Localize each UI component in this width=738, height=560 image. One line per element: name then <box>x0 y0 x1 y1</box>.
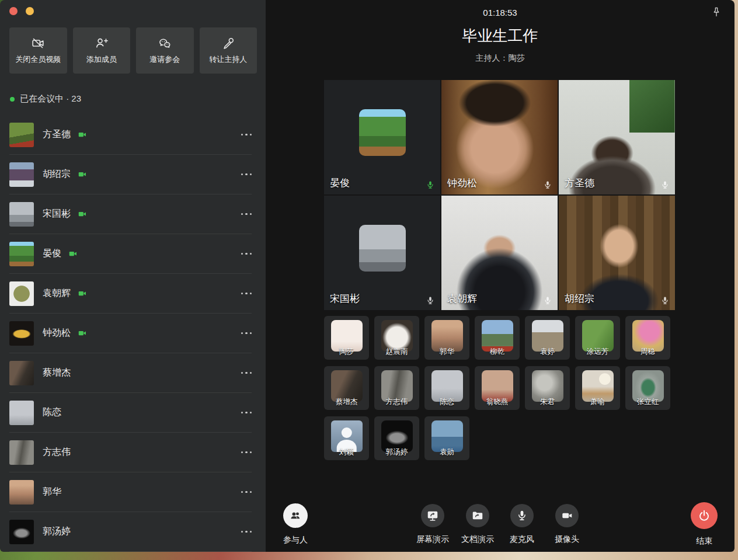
video-tile[interactable]: 晏俊 <box>324 80 440 194</box>
video-thumbnail[interactable]: 朱君 <box>525 366 570 410</box>
video-on-icon <box>76 130 88 139</box>
video-on-icon <box>67 249 79 258</box>
doc-share-icon <box>471 509 484 522</box>
video-thumbnail[interactable]: 周稳 <box>625 316 670 360</box>
sidebar-button-person-add[interactable]: 添加成员 <box>73 27 131 74</box>
sidebar-button-handheld-mic[interactable]: 转让主持人 <box>200 27 257 74</box>
tile-avatar <box>359 109 406 156</box>
mic-icon <box>660 180 670 190</box>
thumbnail-name: 陶莎 <box>324 347 369 357</box>
video-thumbnail[interactable]: 陶莎 <box>324 316 369 360</box>
participant-row[interactable]: 方圣德 <box>9 115 252 155</box>
video-thumbnail[interactable]: 张立红 <box>625 366 670 410</box>
more-options-button[interactable] <box>241 412 252 414</box>
participant-avatar <box>9 123 34 147</box>
people-button[interactable] <box>283 503 308 528</box>
mic-button[interactable] <box>510 504 534 527</box>
participant-name: 宋国彬 <box>43 208 71 220</box>
participant-avatar <box>9 162 34 187</box>
participant-row[interactable]: 晏俊 <box>9 234 252 274</box>
participant-row[interactable]: 宋国彬 <box>9 194 252 234</box>
video-on-icon <box>76 170 88 179</box>
video-thumbnail[interactable]: 翁晓燕 <box>475 366 520 410</box>
participant-avatar <box>9 480 34 505</box>
thumbnail-name: 刘颖 <box>324 447 369 457</box>
participant-list[interactable]: 方圣德 胡绍宗 宋国彬 晏俊 袁朝辉 钟劲松 蔡增杰 陈恋 方志伟 郭华 郭汤婷 <box>0 115 266 552</box>
pin-icon[interactable] <box>710 5 723 19</box>
participants-sidebar: 关闭全员视频 添加成员 邀请参会 转让主持人 已在会议中 · 23 方圣德 胡绍… <box>0 0 266 552</box>
video-tile[interactable]: 袁朝辉 <box>441 196 558 310</box>
video-thumbnail[interactable]: 袁勋 <box>424 416 469 460</box>
video-thumbnail[interactable]: 郭华 <box>424 316 469 360</box>
video-thumbnail[interactable]: 赵震南 <box>374 316 419 360</box>
thumbnail-name: 袁勋 <box>424 447 469 457</box>
video-tile[interactable]: 胡绍宗 <box>559 196 675 310</box>
video-thumbnail[interactable]: 蔡增杰 <box>324 366 369 410</box>
tile-participant-name: 袁朝辉 <box>447 292 477 305</box>
more-options-button[interactable] <box>241 253 252 255</box>
sidebar-button-camera-off[interactable]: 关闭全员视频 <box>9 27 67 74</box>
meeting-timer: 01:18:53 <box>266 8 734 18</box>
more-options-button[interactable] <box>241 451 252 454</box>
minimize-button[interactable] <box>26 7 34 15</box>
thumbnail-name: 郭汤婷 <box>374 447 419 457</box>
video-thumbnail[interactable]: 郭汤婷 <box>374 416 419 460</box>
mic-icon <box>660 295 670 306</box>
toolbar-label: 文档演示 <box>459 534 496 545</box>
toolbar-label: 麦克风 <box>503 534 541 545</box>
participant-name: 蔡增杰 <box>43 367 71 379</box>
video-tile[interactable]: 宋国彬 <box>324 196 440 310</box>
video-thumbnail[interactable]: 涂远芳 <box>575 316 620 360</box>
video-thumbnail[interactable]: 柳乾 <box>475 316 520 360</box>
close-button[interactable] <box>9 7 18 15</box>
thumbnail-name: 涂远芳 <box>575 347 620 357</box>
power-button[interactable] <box>691 502 718 529</box>
toolbar-item-power: 结束 <box>685 504 723 547</box>
participant-name: 方圣德 <box>43 128 71 141</box>
thumbnail-name: 周稳 <box>625 347 670 357</box>
more-options-button[interactable] <box>241 332 252 335</box>
participant-row[interactable]: 钟劲松 <box>9 314 252 353</box>
participant-row[interactable]: 蔡增杰 <box>9 353 252 393</box>
tile-participant-name: 胡绍宗 <box>565 292 594 305</box>
video-thumbnail[interactable]: 陈恋 <box>424 366 469 410</box>
video-thumbnail[interactable]: 方志伟 <box>374 366 419 410</box>
tile-participant-name: 宋国彬 <box>330 292 360 305</box>
mic-icon <box>425 295 436 306</box>
more-options-button[interactable] <box>241 372 252 374</box>
more-options-button[interactable] <box>241 531 252 533</box>
camera-off-icon <box>31 36 45 50</box>
more-options-button[interactable] <box>241 213 252 215</box>
meeting-main-panel: 01:18:53 毕业生工作 主持人：陶莎 晏俊 钟劲松 方圣德 宋国彬 袁朝辉… <box>266 0 734 552</box>
screen-share-button[interactable] <box>421 504 444 527</box>
video-tile[interactable]: 方圣德 <box>559 80 675 194</box>
video-on-icon <box>76 329 88 338</box>
participant-row[interactable]: 郭华 <box>9 472 252 512</box>
participant-name: 郭汤婷 <box>43 526 71 538</box>
more-options-button[interactable] <box>241 293 252 295</box>
participant-row[interactable]: 袁朝辉 <box>9 274 252 314</box>
camera-button[interactable] <box>555 504 579 527</box>
mic-icon <box>542 295 553 306</box>
meeting-status: 已在会议中 · 23 <box>10 93 81 105</box>
participant-row[interactable]: 郭汤婷 <box>9 512 252 552</box>
video-thumbnail[interactable]: 袁婷 <box>525 316 570 360</box>
thumbnail-name: 郭华 <box>424 347 469 357</box>
more-options-button[interactable] <box>241 134 252 136</box>
more-options-button[interactable] <box>241 491 252 493</box>
video-tile[interactable]: 钟劲松 <box>441 80 558 194</box>
sidebar-button-wechat[interactable]: 邀请参会 <box>136 27 194 74</box>
participant-row[interactable]: 陈恋 <box>9 393 252 433</box>
video-on-icon <box>76 210 88 218</box>
participant-row[interactable]: 方志伟 <box>9 433 252 472</box>
more-options-button[interactable] <box>241 173 252 176</box>
status-dot-icon <box>10 97 15 102</box>
video-thumbnail[interactable]: 刘颖 <box>324 416 369 460</box>
toolbar-label: 结束 <box>685 536 723 547</box>
toolbar-label: 屏幕演示 <box>414 534 451 545</box>
thumbnail-name: 蔡增杰 <box>324 397 369 407</box>
doc-share-button[interactable] <box>466 504 489 527</box>
participant-row[interactable]: 胡绍宗 <box>9 155 252 194</box>
video-thumbnail[interactable]: 萧喻 <box>575 366 620 410</box>
video-on-icon <box>76 289 88 298</box>
